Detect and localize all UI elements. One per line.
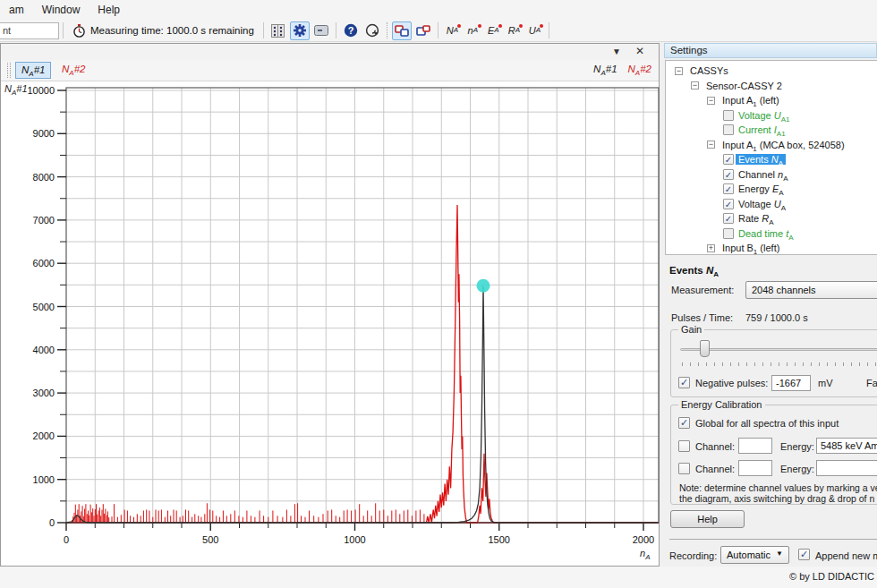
layout-grid-button[interactable]	[268, 21, 288, 40]
tree-item-label[interactable]: Input A1 (MCA box, 524058)	[719, 140, 847, 150]
global-calibration-checkbox[interactable]: ✓	[678, 417, 690, 429]
quantity-button-ua[interactable]: UA	[525, 21, 544, 40]
negative-pulses-checkbox[interactable]: ✓	[678, 377, 690, 388]
channel-2-checkbox[interactable]	[678, 463, 690, 474]
tree-checkbox[interactable]: ✓	[723, 169, 734, 180]
x-axis-title[interactable]: nA	[640, 548, 650, 558]
channel-1-checkbox[interactable]	[678, 440, 690, 452]
cassy-module-button[interactable]	[413, 21, 433, 40]
help-icon: ?	[344, 23, 358, 38]
negative-pulses-label: Negative pulses:	[695, 378, 768, 388]
append-checkbox[interactable]: ✓	[798, 549, 810, 560]
tab-na2[interactable]: NA#2	[56, 62, 90, 79]
gain-groupbox: Gain ✓ Negative pulses: -1667 mV Factor:…	[670, 329, 877, 397]
tree-item[interactable]: Current IA1	[666, 123, 877, 138]
tree-item-label[interactable]: Voltage UA1	[736, 110, 793, 121]
cassy-display-icon	[395, 25, 409, 37]
channel-2-input[interactable]	[738, 460, 772, 476]
new-value-dot-icon	[498, 24, 502, 28]
tab-drag-handle[interactable]	[7, 63, 11, 78]
spectrum-plot[interactable]: 0500100015002000010002000300040005000600…	[1, 81, 660, 567]
gain-slider-thumb[interactable]	[700, 340, 710, 357]
tree-checkbox[interactable]	[723, 228, 734, 239]
tree-item[interactable]: ✓Rate RA	[666, 211, 877, 226]
svg-text:7000: 7000	[33, 215, 55, 226]
tree-item-label[interactable]: Sensor-CASSY 2	[703, 81, 785, 91]
menu-bar: am Window Help	[0, 0, 877, 20]
quantity-button-ra[interactable]: RA	[505, 21, 524, 40]
energy-1-input[interactable]: 5485 keV Am24	[816, 438, 877, 454]
tree-checkbox[interactable]: ✓	[723, 183, 734, 194]
tree-collapse-icon[interactable]: −	[675, 67, 683, 75]
new-value-dot-icon	[540, 24, 543, 28]
tree-checkbox[interactable]: ✓	[723, 199, 734, 209]
tree-item-label[interactable]: Voltage UA	[736, 199, 788, 209]
tree-item[interactable]: ✓Voltage UA	[666, 197, 877, 212]
help-button-settings[interactable]: Help	[670, 510, 745, 528]
calibration-note-line-1: Note: determine channel values by markin…	[679, 482, 877, 493]
display-settings-button[interactable]	[311, 21, 331, 40]
gain-slider-ticks	[682, 362, 877, 366]
tree-item[interactable]: Dead time tA	[666, 226, 877, 242]
tree-item-label[interactable]: Events NA	[736, 154, 786, 165]
toolbar-text-fragment[interactable]: nt	[0, 22, 59, 39]
panel-close-icon[interactable]: ✕	[632, 45, 648, 58]
tree-item[interactable]: ✓Channel nA	[666, 167, 877, 183]
svg-text:10000: 10000	[27, 85, 55, 96]
menu-item-help[interactable]: Help	[89, 2, 129, 18]
tree-item-label[interactable]: Energy EA	[736, 183, 787, 194]
tree-item-label[interactable]: Input A1 (left)	[719, 95, 782, 106]
quantity-button-ea[interactable]: EA	[484, 21, 503, 40]
legend-series-2: NA#2	[628, 64, 651, 74]
settings-gear-button[interactable]	[290, 21, 310, 40]
tree-item-label[interactable]: CASSYs	[687, 65, 731, 76]
tree-checkbox[interactable]	[723, 110, 734, 121]
panel-menu-caret-icon[interactable]: ▼	[609, 45, 625, 58]
tree-item-label[interactable]: Current IA1	[736, 124, 788, 135]
menu-item-window[interactable]: Window	[33, 2, 89, 18]
support-button[interactable]	[362, 21, 382, 40]
quantity-button-n-small-a[interactable]: nA	[464, 21, 482, 40]
negative-pulses-input[interactable]: -1667	[771, 375, 811, 391]
measurement-dropdown[interactable]: 2048 channels	[745, 281, 877, 299]
channel-1-input[interactable]	[738, 438, 772, 454]
tree-collapse-icon[interactable]: −	[707, 141, 715, 149]
tree-item-label[interactable]: Channel nA	[736, 169, 791, 180]
help-button[interactable]: ?	[341, 21, 361, 40]
tree-item-label[interactable]: Dead time tA	[736, 228, 796, 239]
tree-item-label[interactable]: Rate RA	[736, 213, 777, 224]
tab-na1[interactable]: NA#1	[15, 62, 51, 79]
svg-text:?: ?	[347, 25, 353, 36]
quantity-button-na[interactable]: NA	[443, 21, 462, 40]
energy-calibration-groupbox: Energy Calibration ✓ Global for all spec…	[670, 405, 877, 505]
tree-item-label[interactable]: Input B1 (left)	[719, 243, 782, 253]
tree-collapse-icon[interactable]: −	[691, 81, 699, 89]
pulses-time-value: 759 / 1000.0 s	[745, 312, 808, 323]
settings-tree: −CASSYs−Sensor-CASSY 2−Input A1 (left)Vo…	[665, 60, 877, 255]
toolbar-separator	[63, 22, 64, 38]
tree-item[interactable]: ✓Events NA	[666, 152, 877, 167]
tree-collapse-icon[interactable]: −	[707, 97, 715, 105]
tree-item[interactable]: −Input A1 (MCA box, 524058)	[666, 138, 877, 153]
tree-checkbox[interactable]: ✓	[723, 213, 734, 224]
legend-series-1: NA#1	[593, 64, 617, 74]
tree-item[interactable]: −Input A1 (left)	[666, 93, 877, 108]
tree-item[interactable]: Voltage UA1	[666, 108, 877, 124]
tree-checkbox[interactable]	[723, 124, 734, 135]
negative-pulses-unit: mV	[818, 378, 833, 388]
cassy-display-button[interactable]	[392, 21, 412, 40]
energy-2-input[interactable]	[816, 460, 877, 476]
gain-slider-track[interactable]	[680, 348, 877, 351]
recording-dropdown[interactable]: Automatic ▼	[720, 546, 789, 564]
toolbar-separator	[263, 22, 264, 38]
channel-marker[interactable]	[477, 279, 490, 293]
tree-expand-icon[interactable]: +	[707, 244, 715, 252]
diagram-titlebar[interactable]: ▼ ✕	[1, 44, 659, 60]
tree-item[interactable]: +Input B1 (left)	[666, 241, 877, 256]
tree-item[interactable]: −CASSYs	[666, 64, 877, 79]
menu-item-diagram[interactable]: am	[0, 2, 33, 18]
tree-checkbox[interactable]: ✓	[723, 154, 734, 165]
tree-item[interactable]: −Sensor-CASSY 2	[666, 79, 877, 94]
tree-item[interactable]: ✓Energy EA	[666, 182, 877, 197]
measuring-time-label: Measuring time: 1000.0 s remaining	[90, 25, 254, 36]
